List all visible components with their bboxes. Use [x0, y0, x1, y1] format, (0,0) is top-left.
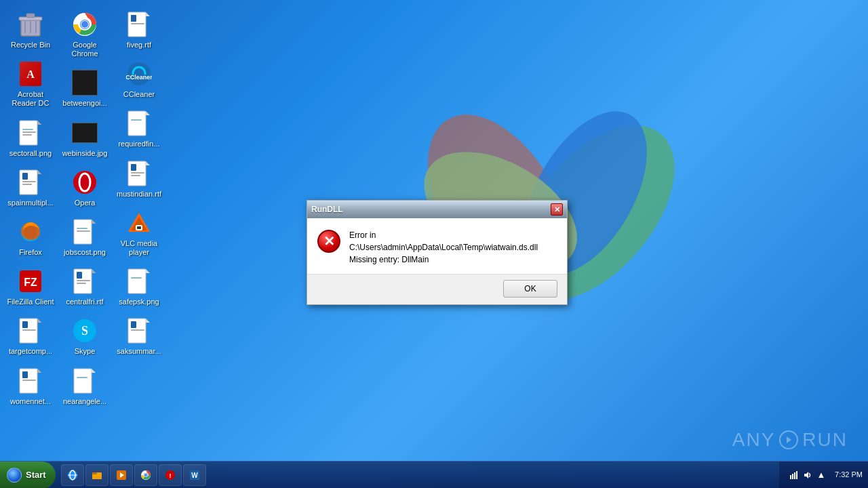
- icon-sectorall[interactable]: sectorall.png: [3, 115, 58, 162]
- svg-marker-68: [146, 111, 150, 115]
- start-orb-icon: [7, 468, 22, 483]
- svg-rect-16: [22, 129, 33, 130]
- tray-network-icon[interactable]: [789, 470, 800, 481]
- saksummar-icon: [125, 317, 153, 344]
- recycle-bin-icon: [17, 11, 44, 38]
- taskbar-ie-button[interactable]: [61, 464, 84, 486]
- firefox-label: Firefox: [19, 248, 42, 257]
- icon-skype[interactable]: S Skype: [58, 313, 112, 360]
- safepsk-icon: [125, 268, 153, 295]
- svg-rect-23: [22, 181, 36, 182]
- svg-rect-22: [22, 173, 28, 180]
- icon-recycle-bin[interactable]: Recycle Bin: [3, 7, 58, 54]
- icon-webinside[interactable]: webinside.jpg: [58, 115, 112, 162]
- taskbar-av-button[interactable]: !: [159, 464, 182, 486]
- icon-acrobat[interactable]: A Acrobat Reader DC: [3, 56, 58, 112]
- taskbar-word-button[interactable]: W: [183, 464, 206, 486]
- dialog-message: Error in C:\Users\admin\AppData\Local\Te…: [349, 229, 557, 266]
- betweengoi-icon: [71, 69, 98, 96]
- mustindian-icon: [125, 160, 153, 187]
- recycle-bin-label: Recycle Bin: [11, 41, 50, 49]
- icon-saksummar[interactable]: saksummar...: [112, 313, 166, 360]
- centralfri-icon: [71, 268, 98, 295]
- tray-volume-icon[interactable]: [802, 470, 813, 481]
- firefox-icon: [17, 218, 44, 245]
- nearangele-icon: [71, 367, 98, 394]
- start-label: Start: [26, 470, 46, 480]
- icon-jobscost[interactable]: jobscost.png: [58, 214, 112, 261]
- svg-rect-6: [26, 14, 35, 18]
- svg-marker-106: [804, 472, 808, 479]
- icon-chrome[interactable]: Google Chrome: [58, 7, 112, 62]
- saksummar-label: saksummar...: [117, 347, 161, 356]
- skype-icon: S: [71, 317, 98, 344]
- error-icon: ✕: [317, 229, 341, 253]
- icon-betweengoi[interactable]: betweengoi...: [58, 65, 112, 112]
- svg-text:A: A: [26, 68, 35, 80]
- svg-marker-47: [92, 220, 96, 224]
- svg-rect-60: [77, 377, 87, 378]
- anyrun-watermark: ANY RUN: [732, 429, 848, 451]
- filezilla-label: FileZilla Client: [7, 298, 54, 306]
- svg-rect-69: [131, 119, 142, 121]
- chrome-label: Google Chrome: [60, 41, 109, 58]
- taskbar-media-button[interactable]: [110, 464, 133, 486]
- acrobat-icon: A: [17, 60, 44, 87]
- fiveg-label: fiveg.rtf: [127, 41, 151, 49]
- taskbar-middle: ! W: [58, 462, 779, 488]
- taskbar-chrome-button[interactable]: [134, 464, 157, 486]
- icon-vlc[interactable]: VLC media player: [112, 205, 166, 261]
- icon-firefox[interactable]: Firefox: [3, 214, 58, 261]
- ok-button[interactable]: OK: [503, 280, 557, 298]
- tray-arrow-icon[interactable]: ▲: [816, 470, 827, 481]
- svg-marker-62: [146, 12, 150, 16]
- svg-rect-53: [77, 272, 82, 279]
- mustindian-label: mustindian.rtf: [117, 190, 161, 199]
- sectorall-icon: [17, 119, 44, 146]
- spainmultiply-label: spainmultipl...: [7, 199, 53, 207]
- svg-rect-67: [128, 111, 146, 136]
- dialog-close-button[interactable]: ✕: [551, 203, 563, 216]
- svg-rect-18: [22, 134, 32, 136]
- taskbar-explorer-button[interactable]: [85, 464, 108, 486]
- svg-rect-54: [77, 280, 90, 281]
- icon-nearangele[interactable]: nearangele...: [58, 363, 112, 410]
- svg-rect-81: [131, 277, 142, 279]
- vlc-icon: [125, 209, 153, 237]
- icon-ccleaner[interactable]: CCleaner CCleaner: [112, 56, 166, 103]
- womennet-label: womennet...: [10, 397, 51, 406]
- svg-marker-86: [787, 436, 791, 443]
- icon-opera[interactable]: Opera: [58, 165, 112, 211]
- desktop-icons: Recycle Bin A Acrobat Reader DC: [0, 0, 217, 461]
- svg-rect-72: [131, 164, 136, 171]
- filezilla-icon: FZ: [17, 268, 44, 295]
- svg-rect-32: [22, 321, 28, 328]
- dialog-titlebar: RunDLL ✕: [307, 201, 567, 218]
- svg-rect-105: [796, 471, 797, 479]
- icon-fiveg[interactable]: fiveg.rtf: [112, 7, 166, 54]
- taskbar: Start: [0, 461, 868, 488]
- dialog-title: RunDLL: [311, 205, 343, 214]
- icon-requiredfin[interactable]: requiredfin...: [112, 106, 166, 152]
- icon-spainmultiply[interactable]: spainmultipl...: [3, 165, 58, 211]
- svg-rect-38: [22, 380, 36, 381]
- icon-filezilla[interactable]: FZ FileZilla Client: [3, 264, 58, 310]
- icon-centralfri[interactable]: centralfri.rtf: [58, 264, 112, 310]
- svg-rect-33: [22, 329, 36, 331]
- webinside-icon: [71, 119, 98, 146]
- rundll-dialog: RunDLL ✕ ✕ Error in C:\Users\admin\AppDa…: [307, 200, 568, 305]
- svg-marker-21: [37, 170, 41, 174]
- icon-safepsk[interactable]: safepsk.png: [112, 264, 166, 310]
- svg-rect-64: [131, 23, 144, 24]
- svg-rect-58: [74, 369, 92, 393]
- start-button[interactable]: Start: [0, 462, 56, 489]
- svg-marker-36: [37, 369, 41, 373]
- icon-targetcomp[interactable]: targetcomp...: [3, 313, 58, 360]
- svg-text:S: S: [81, 324, 88, 338]
- spainmultiply-icon: [17, 169, 44, 196]
- svg-marker-52: [92, 269, 96, 273]
- skype-label: Skype: [75, 347, 96, 356]
- icon-womennet[interactable]: womennet...: [3, 363, 58, 410]
- system-tray: ▲: [785, 470, 831, 481]
- icon-mustindian[interactable]: mustindian.rtf: [112, 156, 166, 203]
